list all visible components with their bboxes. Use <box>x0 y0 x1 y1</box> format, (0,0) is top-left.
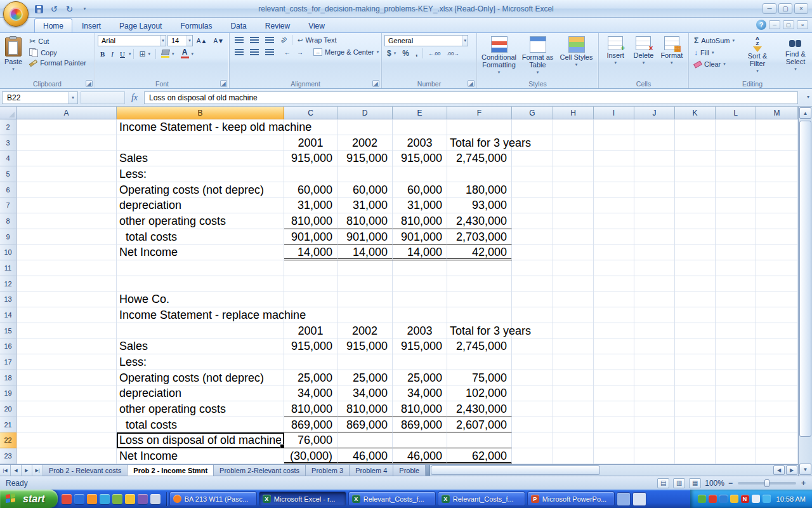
sheet-tab-prob-2-income-stmnt[interactable]: Prob 2 - Income Stmnt <box>128 465 214 476</box>
cell-G19[interactable] <box>512 385 553 401</box>
cell-H15[interactable] <box>553 323 594 339</box>
cell-K12[interactable] <box>675 276 716 292</box>
cell-E15[interactable]: 2003 <box>393 323 447 339</box>
quick-launch-icon-1[interactable] <box>62 494 72 504</box>
cell-H20[interactable] <box>553 401 594 417</box>
cell-M20[interactable] <box>756 401 798 417</box>
cell-K22[interactable] <box>675 432 716 448</box>
cell-J12[interactable] <box>634 276 675 292</box>
cell-G14[interactable] <box>512 307 553 323</box>
clipboard-dialog-launcher[interactable]: ◢ <box>86 80 93 87</box>
cell-I17[interactable] <box>594 354 634 370</box>
cell-G12[interactable] <box>512 276 553 292</box>
cell-H7[interactable] <box>553 197 594 213</box>
row-header-8[interactable]: 8 <box>0 213 16 229</box>
cell-F14[interactable] <box>447 307 512 323</box>
cell-A17[interactable] <box>16 354 117 370</box>
cell-B19[interactable]: depreciation <box>117 385 284 401</box>
borders-button[interactable]: ⊞▾ <box>136 49 153 59</box>
workbook-close-button[interactable]: × <box>797 20 808 29</box>
cell-F12[interactable] <box>447 276 512 292</box>
row-header-14[interactable]: 14 <box>0 307 16 323</box>
cell-A22[interactable] <box>16 432 117 448</box>
cell-G6[interactable] <box>512 182 553 198</box>
cell-B2[interactable]: Income Statement - keep old machine <box>117 119 284 135</box>
cell-B17[interactable]: Less: <box>117 354 284 370</box>
cell-G16[interactable] <box>512 338 553 354</box>
tab-view[interactable]: View <box>299 18 334 32</box>
row-header-17[interactable]: 17 <box>0 354 16 370</box>
cell-B8[interactable]: other operating costs <box>117 213 284 229</box>
insert-function-button[interactable]: fx <box>125 91 144 104</box>
taskbar-mini-button-1[interactable] <box>617 492 631 506</box>
cell-J4[interactable] <box>634 150 675 166</box>
cell-E17[interactable] <box>393 354 447 370</box>
cell-I3[interactable] <box>594 135 634 151</box>
scroll-left-button[interactable]: ◀ <box>773 465 785 475</box>
zoom-slider[interactable] <box>738 482 796 485</box>
close-button[interactable]: × <box>794 3 808 14</box>
cell-I16[interactable] <box>594 338 634 354</box>
number-dialog-launcher[interactable]: ◢ <box>468 80 475 87</box>
cell-H19[interactable] <box>553 385 594 401</box>
cell-M19[interactable] <box>756 385 798 401</box>
cell-J22[interactable] <box>634 432 675 448</box>
cell-B10[interactable]: Net Income <box>117 244 284 260</box>
font-color-button[interactable]: A▾ <box>178 48 197 59</box>
horizontal-scroll-thumb[interactable] <box>431 465 600 475</box>
cell-H23[interactable] <box>553 448 594 464</box>
cell-D7[interactable]: 31,000 <box>337 197 393 213</box>
cell-F2[interactable] <box>447 119 512 135</box>
cell-D6[interactable]: 60,000 <box>337 182 393 198</box>
cell-A7[interactable] <box>16 197 117 213</box>
cell-D19[interactable]: 34,000 <box>337 385 393 401</box>
sheet-tab-problem-3[interactable]: Problem 3 <box>306 465 350 476</box>
cell-G21[interactable] <box>512 417 553 433</box>
cell-L12[interactable] <box>716 276 756 292</box>
tray-icon-5[interactable]: N <box>741 495 749 503</box>
cell-A3[interactable] <box>16 135 117 151</box>
tab-formulas[interactable]: Formulas <box>171 18 221 32</box>
column-header-D[interactable]: D <box>337 107 393 119</box>
cell-A21[interactable] <box>16 417 117 433</box>
tab-data[interactable]: Data <box>221 18 255 32</box>
number-format-combo[interactable]: General▾ <box>384 35 468 46</box>
cell-styles-button[interactable]: Cell Styles▾ <box>558 35 596 77</box>
cell-I18[interactable] <box>594 370 634 386</box>
cell-F8[interactable]: 2,430,000 <box>447 213 512 229</box>
conditional-formatting-button[interactable]: Conditional Formatting▾ <box>480 35 518 77</box>
vertical-scrollbar[interactable]: ▲ ▼ <box>798 107 812 476</box>
cell-J2[interactable] <box>634 119 675 135</box>
cell-C15[interactable]: 2001 <box>284 323 337 339</box>
cell-L18[interactable] <box>716 370 756 386</box>
cell-E3[interactable]: 2003 <box>393 135 447 151</box>
cell-H14[interactable] <box>553 307 594 323</box>
tab-review[interactable]: Review <box>256 18 299 32</box>
expand-formula-bar-icon[interactable]: ▾ <box>807 94 809 100</box>
cell-K21[interactable] <box>675 417 716 433</box>
cell-D5[interactable] <box>337 166 393 182</box>
cell-K13[interactable] <box>675 291 716 307</box>
cell-M7[interactable] <box>756 197 798 213</box>
find-select-button[interactable]: Find & Select▾ <box>778 35 812 76</box>
cell-J11[interactable] <box>634 260 675 276</box>
cell-I9[interactable] <box>594 229 634 245</box>
cell-C13[interactable] <box>284 291 337 307</box>
cell-A20[interactable] <box>16 401 117 417</box>
tab-page-layout[interactable]: Page Layout <box>110 18 171 32</box>
cell-A11[interactable] <box>16 260 117 276</box>
cell-I20[interactable] <box>594 401 634 417</box>
cell-B18[interactable]: Operating costs (not deprec) <box>117 370 284 386</box>
cell-D10[interactable]: 14,000 <box>337 244 393 260</box>
quick-launch-icon-8[interactable] <box>150 494 160 504</box>
underline-button[interactable]: U <box>117 50 128 58</box>
cell-C23[interactable]: (30,000) <box>284 448 337 464</box>
cell-K7[interactable] <box>675 197 716 213</box>
tab-insert[interactable]: Insert <box>73 18 110 32</box>
cell-B15[interactable] <box>117 323 284 339</box>
cell-B16[interactable]: Sales <box>117 338 284 354</box>
cell-F16[interactable]: 2,745,000 <box>447 338 512 354</box>
taskbar-mini-button-2[interactable] <box>632 492 646 506</box>
cell-F22[interactable] <box>447 432 512 448</box>
cell-J23[interactable] <box>634 448 675 464</box>
